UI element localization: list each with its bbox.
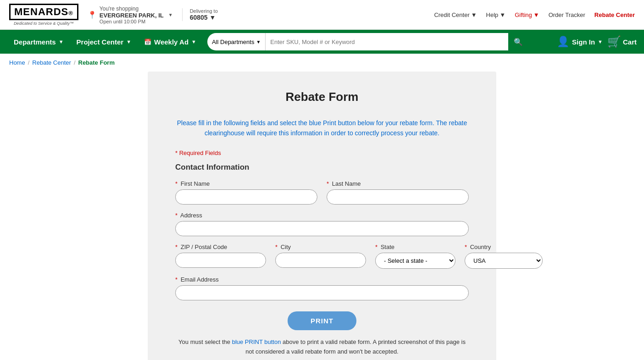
gifting-chevron-icon: ▼ [533,11,539,18]
state-label: * State [375,244,455,250]
location-row: * ZIP / Postal Code * City * State - Sel [175,244,469,269]
credit-center-link[interactable]: Credit Center ▼ [434,11,477,18]
store-info[interactable]: 📍 You're shopping EVERGREEN PARK, IL Ope… [88,5,173,24]
last-name-label: * Last Name [327,180,469,187]
project-center-chevron-icon: ▼ [126,39,131,44]
address-row: * Address [175,212,469,236]
store-hours: Open until 10:00 PM [100,19,164,24]
zip-input[interactable] [175,253,266,268]
email-field: * Email Address [175,276,469,300]
breadcrumb-sep-2: / [74,59,76,66]
address-label: * Address [175,212,469,219]
address-field: * Address [175,212,469,236]
departments-chevron-icon: ▼ [59,39,64,44]
help-link[interactable]: Help ▼ [486,11,506,18]
search-button[interactable]: 🔍 [508,33,528,50]
weekly-ad-nav[interactable]: 📅 Weekly Ad ▼ [138,30,203,54]
search-input-wrap [266,33,508,50]
gifting-link[interactable]: Gifting ▼ [515,11,539,18]
country-field: * Country USA Canada [465,244,543,269]
order-tracker-link[interactable]: Order Tracker [549,11,585,18]
print-note: You must select the blue PRINT button ab… [175,338,469,357]
shopping-label: You're shopping [100,5,164,12]
state-field: * State - Select a state - Alabama Alask… [375,244,455,269]
project-center-nav[interactable]: Project Center ▼ [70,30,138,54]
state-select[interactable]: - Select a state - Alabama Alaska Arizon… [375,253,455,269]
last-name-input[interactable] [327,189,469,205]
zip-code: 60805 [190,14,208,21]
contact-info-title: Contact Information [175,163,469,172]
delivery-info[interactable]: Delivering to 60805 ▼ [182,8,218,21]
main-content: Rebate Form Please fill in the following… [0,72,644,360]
departments-nav[interactable]: Departments ▼ [7,30,70,54]
zip-chevron-icon: ▼ [210,14,216,21]
main-nav: Departments ▼ Project Center ▼ 📅 Weekly … [0,30,644,54]
store-name: EVERGREEN PARK, IL [100,12,164,19]
breadcrumb-current: Rebate Form [78,59,115,66]
first-name-input[interactable] [175,189,317,205]
logo-text: MENARDS® [9,4,78,20]
logo-tagline: Dedicated to Service & Quality™ [14,21,74,26]
print-button[interactable]: PRINT [288,311,356,330]
user-icon: 👤 [557,36,569,48]
required-fields-note: * Required Fields [175,150,469,156]
store-chevron-icon[interactable]: ▼ [168,12,173,17]
country-select[interactable]: USA Canada [465,253,543,269]
logo: MENARDS® Dedicated to Service & Quality™ [9,4,78,26]
country-label: * Country [465,244,543,250]
search-input[interactable] [266,33,508,50]
email-label: * Email Address [175,276,469,283]
search-dept-chevron-icon: ▼ [256,39,261,44]
last-name-field: * Last Name [327,180,469,205]
cart-button[interactable]: 🛒 Cart [607,35,637,48]
form-description: Please fill in the following fields and … [175,118,469,138]
cart-icon: 🛒 [607,35,621,48]
zip-field: * ZIP / Postal Code [175,244,266,269]
sign-in-chevron-icon: ▼ [598,39,603,44]
breadcrumb-home[interactable]: Home [9,59,25,66]
search-dept-dropdown[interactable]: All Departments ▼ [207,33,266,50]
first-name-field: * First Name [175,180,317,205]
weekly-ad-chevron-icon: ▼ [191,39,196,44]
rebate-form-container: Rebate Form Please fill in the following… [148,72,496,360]
nav-right: 👤 Sign In ▼ 🛒 Cart [557,35,637,48]
top-bar: MENARDS® Dedicated to Service & Quality™… [0,0,644,30]
search-area: All Departments ▼ 🔍 [207,33,528,50]
breadcrumb: Home / Rebate Center / Rebate Form [0,54,644,72]
weekly-ad-icon: 📅 [144,39,151,45]
credit-center-chevron-icon: ▼ [471,11,477,18]
email-input[interactable] [175,285,469,300]
sign-in-button[interactable]: 👤 Sign In ▼ [557,36,603,48]
name-row: * First Name * Last Name [175,180,469,205]
address-input[interactable] [175,221,469,236]
city-field: * City [275,244,366,269]
location-pin-icon: 📍 [88,11,97,19]
email-row: * Email Address [175,276,469,300]
city-label: * City [275,244,366,250]
zip-label: * ZIP / Postal Code [175,244,266,250]
first-name-label: * First Name [175,180,317,187]
help-chevron-icon: ▼ [500,11,505,18]
top-nav-links: Credit Center ▼ Help ▼ Gifting ▼ Order T… [434,11,635,18]
rebate-center-link[interactable]: Rebate Center [594,11,635,18]
breadcrumb-rebate-center[interactable]: Rebate Center [32,59,71,66]
form-title: Rebate Form [175,90,469,104]
breadcrumb-sep-1: / [28,59,30,66]
city-input[interactable] [275,253,366,268]
